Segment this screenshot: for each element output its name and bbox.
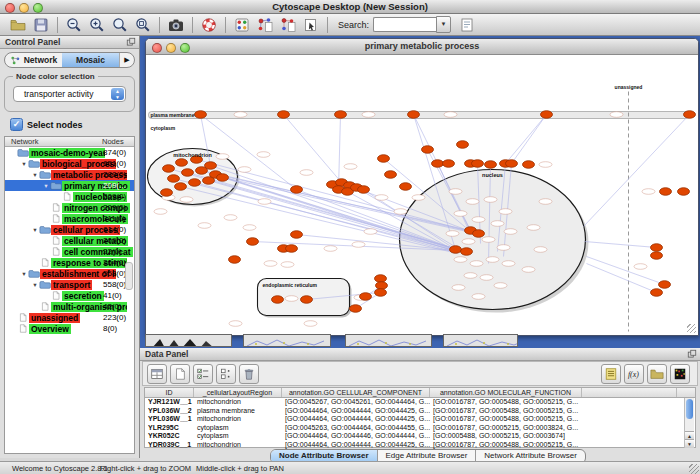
table-cell[interactable]: [GO:0016787, GO:0005488, GO:0005215, G..…	[430, 407, 582, 416]
tree-scrollbar[interactable]	[125, 262, 133, 290]
gene-node[interactable]	[161, 189, 173, 197]
table-cell[interactable]: YJR121W__1	[145, 398, 194, 407]
node-label-chip[interactable]	[257, 152, 270, 158]
table-row[interactable]: YLR295Ccytoplasm[GO:0045263, GO:0044464,…	[145, 424, 695, 433]
search-input[interactable]	[373, 17, 436, 32]
tree-row[interactable]: ▼establishment of lo558(0)	[5, 268, 134, 279]
table-cell[interactable]: YPL036W__1	[145, 415, 194, 424]
edge[interactable]	[512, 115, 547, 164]
node-label-chip[interactable]	[539, 162, 552, 168]
minimized-window[interactable]	[345, 334, 432, 347]
column-header[interactable]: _cellularLayoutRegion	[194, 388, 282, 397]
node-label-chip[interactable]	[472, 217, 485, 223]
node-label-chip[interactable]	[154, 209, 167, 215]
table-cell[interactable]: mitochondrion	[194, 415, 282, 424]
tree-row[interactable]: mosaic-demo-yeast874(0)	[5, 147, 134, 158]
node-label-chip[interactable]	[491, 221, 504, 227]
gene-node[interactable]	[684, 111, 696, 119]
gene-node[interactable]	[335, 111, 347, 119]
node-label-chip[interactable]	[504, 229, 517, 235]
gene-node[interactable]	[660, 188, 672, 196]
gene-node[interactable]	[217, 174, 229, 182]
tree-row[interactable]: unassigned223(0)	[5, 312, 134, 323]
gene-node[interactable]	[350, 305, 362, 313]
help-button[interactable]	[199, 15, 219, 34]
node-label-chip[interactable]	[229, 321, 242, 327]
export-image-button[interactable]	[166, 15, 186, 34]
layout-alt-button[interactable]	[278, 15, 298, 34]
node-label-chip[interactable]	[470, 261, 483, 267]
gene-node[interactable]	[659, 281, 671, 289]
gene-node[interactable]	[176, 159, 188, 167]
tree-row[interactable]: ▼transport558(0)	[5, 279, 134, 290]
node-label-chip[interactable]	[486, 257, 499, 263]
table-cell[interactable]: cytoplasm	[194, 432, 282, 441]
table-cell[interactable]: [GO:0044464, GO:0044444, GO:0044425, G..…	[282, 407, 430, 416]
gene-node[interactable]	[189, 179, 201, 187]
expand-arrow-icon[interactable]: ▼	[31, 282, 39, 288]
expand-arrow-icon[interactable]: ▼	[20, 161, 28, 167]
table-cell[interactable]: plasma membrane	[194, 407, 282, 416]
gene-node[interactable]	[472, 160, 484, 168]
minimized-window[interactable]	[243, 334, 331, 347]
gene-node[interactable]	[375, 275, 387, 283]
expand-arrow-icon[interactable]: ▼	[31, 172, 39, 178]
node-label-chip[interactable]	[304, 321, 317, 327]
table-scrollbar[interactable]: ▲ ▼	[684, 398, 694, 448]
close-window-button[interactable]	[5, 3, 15, 13]
zoom-window-button[interactable]	[33, 3, 43, 13]
node-label-chip[interactable]	[502, 261, 515, 267]
node-label-chip[interactable]	[454, 211, 467, 217]
node-label-chip[interactable]	[466, 199, 479, 205]
advanced-search-button[interactable]	[457, 15, 477, 34]
gene-node[interactable]	[375, 289, 387, 297]
node-label-chip[interactable]	[634, 264, 647, 270]
tab-overflow-button[interactable]: ▶	[119, 53, 134, 67]
edge[interactable]	[585, 242, 657, 248]
table-cell[interactable]: [GO:0044464, GO:0044444, GO:0044425, G..…	[282, 441, 430, 450]
node-label-chip[interactable]	[180, 197, 193, 203]
node-label-chip[interactable]	[375, 195, 388, 201]
node-label-chip[interactable]	[394, 209, 407, 215]
table-cell[interactable]: mitochondrion	[194, 441, 282, 450]
table-scrollbar-thumb[interactable]	[686, 399, 693, 419]
table-cell[interactable]: [GO:0045263, GO:0044464, GO:0044455, G..…	[282, 424, 430, 433]
table-cell[interactable]: [GO:0044464, GO:0044444, GO:0044425, G..…	[282, 415, 430, 424]
tree-row[interactable]: response to stimulu264(0)	[5, 257, 134, 268]
node-label-chip[interactable]	[642, 189, 655, 195]
vizmapper-button[interactable]	[232, 15, 252, 34]
unselect-attributes-button[interactable]	[216, 364, 236, 384]
gene-node[interactable]	[523, 161, 535, 169]
minimized-window[interactable]	[145, 334, 232, 347]
zoom-in-button[interactable]	[87, 15, 107, 34]
table-row[interactable]: YPL036W__1mitochondrion[GO:0044464, GO:0…	[145, 415, 695, 424]
gene-node[interactable]	[457, 141, 469, 149]
select-mode-button[interactable]	[301, 15, 321, 34]
network-window-resize-grip[interactable]	[687, 324, 696, 333]
gene-node[interactable]	[485, 161, 497, 169]
heatmap-button[interactable]	[670, 364, 690, 384]
tree-row[interactable]: Overview8(0)	[5, 323, 134, 334]
save-session-button[interactable]	[31, 15, 51, 34]
tree-row[interactable]: cellular metabo209(0)	[5, 235, 134, 246]
table-cell[interactable]: mitochondrion	[194, 398, 282, 407]
main-resize-grip[interactable]	[689, 464, 699, 474]
gene-node[interactable]	[286, 245, 298, 253]
gene-node[interactable]	[196, 167, 208, 175]
tree-row[interactable]: ▼primary metabo209(...	[5, 180, 134, 191]
node-label-chip[interactable]	[527, 225, 540, 231]
tree-row[interactable]: macromolecule311(0)	[5, 213, 134, 224]
attribute-list-button[interactable]	[601, 364, 621, 384]
gene-node[interactable]	[168, 175, 180, 183]
tree-row[interactable]: nucleobase-209(0)	[5, 191, 134, 202]
gene-node[interactable]	[247, 238, 259, 246]
node-label-chip[interactable]	[449, 189, 462, 195]
gene-node[interactable]	[360, 293, 372, 301]
gene-node[interactable]	[678, 188, 690, 196]
tree-row[interactable]: multi-organism pro42(0)	[5, 301, 134, 312]
gene-node[interactable]	[291, 186, 303, 194]
minimize-window-button[interactable]	[19, 3, 29, 13]
expand-arrow-icon[interactable]: ▼	[42, 183, 50, 189]
network-window-titlebar[interactable]: primary metabolic process	[146, 39, 698, 55]
table-cell[interactable]: cytoplasm	[194, 424, 282, 433]
